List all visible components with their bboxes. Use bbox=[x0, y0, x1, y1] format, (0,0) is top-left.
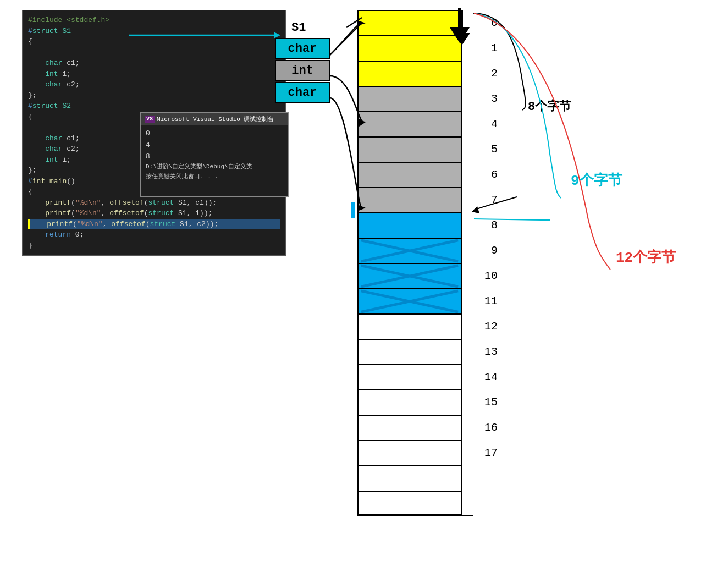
svg-rect-19 bbox=[351, 202, 355, 218]
anno-8bytes: 8个字节 bbox=[528, 98, 571, 114]
mem-idx-10: 10 bbox=[484, 270, 498, 282]
mem-row-9: 9 bbox=[357, 238, 473, 263]
svg-line-7 bbox=[361, 240, 458, 261]
console-body: 0 4 8 D:\进阶\自定义类型\Debug\自定义类 按任意键关闭此窗口. … bbox=[141, 125, 288, 196]
svg-line-1 bbox=[361, 13, 458, 34]
mem-idx-9: 9 bbox=[491, 244, 498, 257]
code-line-8: }; bbox=[28, 90, 280, 101]
anno-12bytes: 12个字节 bbox=[616, 248, 676, 267]
svg-line-8 bbox=[361, 266, 458, 287]
mem-idx-12: 12 bbox=[484, 320, 498, 333]
mem-row-15: 15 bbox=[357, 389, 473, 415]
mem-cell-10 bbox=[357, 263, 462, 288]
code-line-4 bbox=[28, 47, 280, 58]
code-line-2: #struct S1 bbox=[28, 26, 280, 37]
memory-grid: 0 1 2 3 4 5 6 7 8 bbox=[357, 10, 473, 516]
anno-9bytes: 9个字节 bbox=[571, 170, 622, 190]
mem-cell-13 bbox=[357, 339, 462, 364]
mem-row-8: 8 bbox=[357, 212, 473, 238]
mem-idx-11: 11 bbox=[484, 295, 498, 307]
svg-line-0 bbox=[361, 13, 458, 34]
mem-idx-8: 8 bbox=[491, 219, 498, 232]
mem-cell-2 bbox=[357, 61, 462, 86]
console-hint: 按任意键关闭此窗口. . . bbox=[146, 172, 283, 182]
field-int: int bbox=[275, 60, 330, 81]
mem-row-0: 0 bbox=[357, 10, 473, 35]
field-char1: char bbox=[275, 38, 330, 59]
mem-cell-11 bbox=[357, 288, 462, 314]
mem-idx-0: 0 bbox=[491, 16, 498, 29]
mem-idx-4: 4 bbox=[491, 118, 498, 130]
code-line-9: #struct S2 bbox=[28, 101, 280, 112]
mem-row-7: 7 bbox=[357, 187, 473, 212]
mem-cell-3 bbox=[357, 86, 462, 111]
mem-cell-14 bbox=[357, 364, 462, 389]
svg-line-6 bbox=[361, 240, 458, 261]
mem-row-17: 17 bbox=[357, 440, 473, 465]
mem-row-11: 11 bbox=[357, 288, 473, 314]
code-line-22: } bbox=[28, 240, 280, 251]
console-title: VS Microsoft Visual Studio 调试控制台 bbox=[141, 113, 288, 125]
svg-line-5 bbox=[361, 63, 458, 84]
svg-line-9 bbox=[361, 266, 458, 287]
svg-line-10 bbox=[361, 291, 458, 312]
mem-row-4: 4 bbox=[357, 111, 473, 136]
mem-cell-7 bbox=[357, 187, 462, 212]
mem-cell-18 bbox=[357, 465, 462, 491]
mem-idx-13: 13 bbox=[484, 345, 498, 358]
code-line-21: return 0; bbox=[28, 229, 280, 240]
svg-line-11 bbox=[361, 291, 458, 312]
mem-idx-2: 2 bbox=[491, 67, 498, 80]
mem-row-6: 6 bbox=[357, 162, 473, 187]
mem-idx-16: 16 bbox=[484, 421, 498, 434]
mem-idx-7: 7 bbox=[491, 194, 498, 206]
mem-cell-16 bbox=[357, 415, 462, 440]
mem-row-13: 13 bbox=[357, 339, 473, 364]
console-output-0: 0 bbox=[146, 128, 283, 140]
mem-cell-5 bbox=[357, 136, 462, 162]
mem-row-12: 12 bbox=[357, 314, 473, 339]
console-cursor: _ bbox=[146, 182, 283, 194]
mem-cell-12 bbox=[357, 314, 462, 339]
mem-cell-19 bbox=[357, 491, 462, 515]
mem-idx-1: 1 bbox=[491, 42, 498, 54]
mem-row-19 bbox=[357, 491, 473, 516]
mem-idx-17: 17 bbox=[484, 447, 498, 459]
mem-cell-15 bbox=[357, 389, 462, 415]
code-line-6: int i; bbox=[28, 69, 280, 80]
mem-row-18 bbox=[357, 465, 473, 491]
mem-idx-6: 6 bbox=[491, 168, 498, 181]
console-output-1: 4 bbox=[146, 140, 283, 151]
mem-row-5: 5 bbox=[357, 136, 473, 162]
mem-cell-6 bbox=[357, 162, 462, 187]
mem-row-10: 10 bbox=[357, 263, 473, 288]
code-line-3: { bbox=[28, 36, 280, 47]
code-line-7: char c2; bbox=[28, 79, 280, 90]
console-output-2: 8 bbox=[146, 151, 283, 163]
mem-cell-17 bbox=[357, 440, 462, 465]
field-char2: char bbox=[275, 82, 330, 103]
mem-cell-9 bbox=[357, 238, 462, 263]
code-line-19: printf("%d\n", offsetof(struct S1, i)); bbox=[28, 208, 280, 219]
s1-fields: S1 char int char bbox=[275, 21, 330, 104]
code-line-1: #include <stddef.h> bbox=[28, 15, 280, 26]
mem-row-3: 3 bbox=[357, 86, 473, 111]
svg-line-3 bbox=[361, 38, 458, 59]
mem-idx-15: 15 bbox=[484, 396, 498, 409]
mem-row-16: 16 bbox=[357, 415, 473, 440]
code-line-5: char c1; bbox=[28, 58, 280, 69]
mem-cell-4 bbox=[357, 111, 462, 136]
mem-idx-14: 14 bbox=[484, 371, 498, 383]
vs-icon: VS bbox=[145, 116, 155, 123]
mem-row-1: 1 bbox=[357, 35, 473, 61]
mem-row-14: 14 bbox=[357, 364, 473, 389]
mem-cell-0 bbox=[357, 10, 462, 35]
mem-cell-8 bbox=[357, 212, 462, 238]
mem-cell-1 bbox=[357, 35, 462, 61]
code-line-20: printf("%d\n", offsetof(struct S1, c2)); bbox=[28, 219, 280, 230]
svg-line-4 bbox=[361, 63, 458, 84]
console-window: VS Microsoft Visual Studio 调试控制台 0 4 8 D… bbox=[140, 112, 289, 197]
mem-row-2: 2 bbox=[357, 61, 473, 86]
svg-marker-22 bbox=[472, 206, 479, 213]
console-title-text: Microsoft Visual Studio 调试控制台 bbox=[157, 115, 274, 123]
